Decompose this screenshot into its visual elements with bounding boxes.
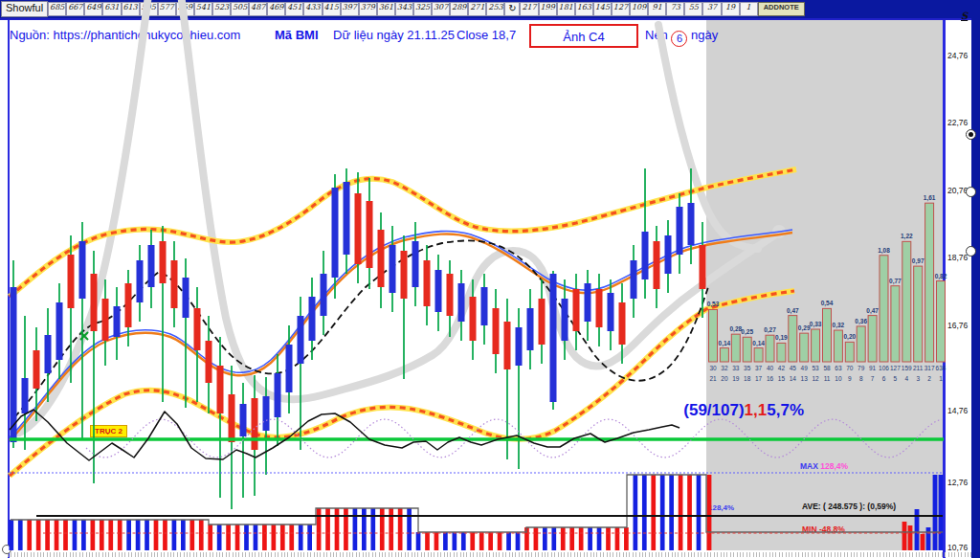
candle-body [125,283,132,327]
candle-body [298,316,304,364]
cycle-histogram-x2: 13 [801,375,809,382]
cycle-histogram-bar [880,256,888,362]
candle-body [102,299,109,341]
momentum-bar [254,525,258,550]
momentum-bar [588,527,592,550]
cycle-histogram-value: 0,33 [810,321,822,328]
momentum-bar [606,527,611,550]
cycle-histogram-bar [766,335,774,362]
candle-body [148,245,155,287]
candle-body [171,260,178,308]
cycle-histogram-value: 0,53 [707,301,720,308]
cycle-histogram-x2: 21 [709,375,717,382]
momentum-bar [506,532,511,550]
cycle-histogram-x1: 106 [879,365,889,371]
momentum-bar [280,525,285,550]
momentum-bar [27,520,32,550]
candle-body [229,394,235,442]
momentum-bar [172,520,177,550]
candle-body [321,274,327,316]
cycle-histogram-x1: 32 [721,365,728,371]
cycle-histogram-x2: 2 [927,375,931,382]
cycle-histogram-x1: 159 [902,365,912,371]
cycle-histogram-bar [743,337,751,362]
momentum-bar [81,520,86,550]
momentum-bar [181,520,186,550]
candle-body [160,241,167,283]
candle-body [665,235,672,274]
radio-option-1[interactable] [966,129,976,140]
candle-body [654,241,660,289]
momentum-bar [407,508,412,550]
candle-body [619,302,626,345]
momentum-bar [434,532,439,550]
candle-body [539,299,546,345]
cycle-histogram-bar [823,308,832,362]
cycle-histogram-x1: 30 [709,365,717,371]
candle-body [470,297,477,341]
momentum-bar [624,527,629,550]
cycle-histogram-x1: 70 [846,365,854,371]
cycle-histogram-x2: 20 [721,375,728,382]
cycle-histogram-bar [812,329,820,362]
momentum-bar [226,525,231,550]
momentum-bar [380,508,385,550]
cycle-histogram-x2: 1 [939,375,943,382]
momentum-bar [100,520,104,550]
momentum-bar [362,508,367,550]
momentum-bar [189,520,194,550]
cycle-histogram-value: 0,36 [855,318,867,325]
cycle-histogram-value: 0,14 [752,340,765,347]
momentum-bar-future [933,475,938,550]
candle-body [240,404,247,436]
cycle-histogram-x1: 35 [744,365,751,371]
bar-top-step-line [11,475,943,532]
cycle-histogram-x1: 49 [801,365,809,371]
cycle-histogram-value: 0,25 [741,328,753,336]
cycle-histogram-x2: 8 [859,375,863,382]
momentum-bar [325,508,330,550]
cycle-histogram-x2: 14 [790,375,797,382]
cycle-histogram-bar [720,348,728,362]
cycle-histogram-bar [845,342,854,362]
momentum-bar [217,525,222,550]
candle-body [367,201,373,268]
cycle-histogram-value: 0,47 [866,307,879,315]
momentum-bar [45,520,50,550]
cycle-histogram-bar [902,241,911,362]
radio-option-3[interactable] [966,246,976,257]
candle-body [206,341,212,383]
momentum-bar [344,508,348,550]
cycle-histogram-x1: 33 [732,365,740,371]
main-chart-canvas: 0,5330210,1432200,2833190,2535180,143717… [0,0,980,558]
candle-body [447,274,454,316]
momentum-bar [498,532,502,550]
s-link[interactable]: S [961,11,968,21]
momentum-bar [108,520,113,550]
cycle-histogram-bar [834,330,842,362]
candle-body [45,335,52,373]
momentum-bar-future [926,527,931,550]
cycle-histogram-x1: 40 [767,365,774,371]
candle-body [562,299,568,341]
radio-option-2[interactable] [966,187,976,197]
candle-body [263,396,270,431]
candle-body [573,289,580,331]
momentum-bar [425,532,430,550]
momentum-bar [443,532,448,550]
candle-body [56,302,63,360]
candle-body [22,378,29,413]
momentum-bar-future [902,522,907,550]
momentum-bar [416,532,421,550]
cycle-histogram-x1: 127 [890,365,901,371]
candle-body [68,255,75,308]
momentum-bar [660,475,665,550]
candle-body [137,260,144,302]
momentum-bar-future [939,475,944,550]
cycle-histogram-bar [754,348,763,362]
cycle-histogram-x1: 317 [924,365,935,371]
momentum-bar [669,475,674,550]
cycle-histogram-x2: 19 [732,375,740,382]
cycle-histogram-bar [800,333,809,362]
candle-body [424,260,431,306]
